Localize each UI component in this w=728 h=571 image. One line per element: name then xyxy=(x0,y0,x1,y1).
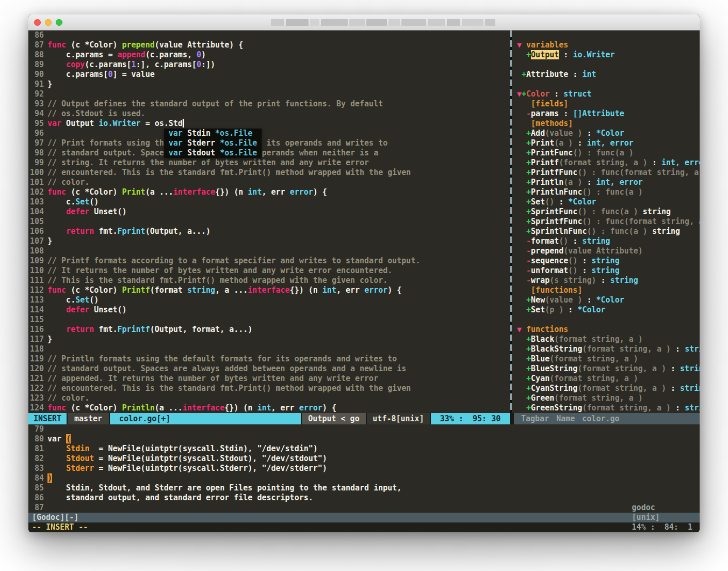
tagbar-row[interactable]: +PrintfFunc() : func(format string, a ) xyxy=(517,168,700,178)
tagbar-row[interactable]: -format() : string xyxy=(517,236,700,246)
code-line[interactable]: 97// Print formats using the default for… xyxy=(28,138,509,148)
tagbar-row[interactable]: +Black(format string, a ) xyxy=(517,335,700,344)
main-editor-pane[interactable]: 8687func (c *Color) prepend(value Attrib… xyxy=(28,30,509,413)
code-line[interactable]: 122// encountered. This is the standard … xyxy=(28,384,509,393)
code-line[interactable]: 124func (c *Color) Println(a ...interfac… xyxy=(28,403,509,413)
tagbar-row[interactable] xyxy=(517,315,700,325)
code-line[interactable]: 108 xyxy=(28,246,509,256)
tagbar-row[interactable] xyxy=(517,80,700,89)
godoc-line[interactable]: 83 Stderr = NewFile(uintptr(syscall.Stde… xyxy=(28,464,700,473)
tagbar-row[interactable]: +New(value ) : *Color xyxy=(517,295,700,305)
code-line[interactable]: 119// Println formats using the default … xyxy=(28,354,509,364)
tagbar-row[interactable]: -params : []Attribute xyxy=(517,109,700,119)
tagbar-row[interactable]: [methods] xyxy=(517,119,700,129)
code-line[interactable]: 117} xyxy=(28,335,509,344)
minimize-button[interactable] xyxy=(45,19,52,26)
tagbar-row[interactable]: +SprintFunc() : func(a ) string xyxy=(517,207,700,217)
code-line[interactable]: 93// Output defines the standard output … xyxy=(28,99,509,109)
code-line[interactable]: 109// Printf formats according to a form… xyxy=(28,256,509,266)
code-line[interactable]: 100// encountered. This is the standard … xyxy=(28,168,509,178)
code-line[interactable]: 101// color. xyxy=(28,178,509,187)
tagbar-row[interactable]: +BlueString(format string, a ) : string xyxy=(517,364,700,374)
tagbar-row[interactable]: +Set(p ) : *Color xyxy=(517,305,700,315)
completion-item[interactable]: var Stdin *os.File xyxy=(164,129,262,138)
code-line[interactable]: 88 c.params = append(c.params, 0) xyxy=(28,50,509,60)
tagbar-row[interactable]: ▼ variables xyxy=(517,40,700,50)
titlebar[interactable] xyxy=(28,14,700,30)
tagbar-row[interactable]: +Blue(format string, a ) xyxy=(517,354,700,364)
code-line[interactable]: 107} xyxy=(28,236,509,246)
tagbar-row[interactable]: +Println(a ) : int, error xyxy=(517,178,700,187)
godoc-line[interactable]: 79 xyxy=(28,424,700,434)
code-line[interactable]: 104 defer Unset() xyxy=(28,207,509,217)
vertical-split-separator[interactable] xyxy=(509,30,514,413)
completion-item[interactable]: var Stderr *os.File xyxy=(164,138,262,148)
code-line[interactable]: 87func (c *Color) prepend(value Attribut… xyxy=(28,40,509,50)
tagbar-pane[interactable]: ▼ variables +Output : io.Writer +Attribu… xyxy=(514,30,700,413)
tagbar-row[interactable]: +SprintfFunc() : func(format string, a )… xyxy=(517,217,700,227)
tagbar-row[interactable]: ▼ functions xyxy=(517,325,700,335)
code-line[interactable]: 105 xyxy=(28,217,509,227)
code-line[interactable]: 102func (c *Color) Print(a ...interface{… xyxy=(28,187,509,197)
tagbar-row[interactable]: [fields] xyxy=(517,99,700,109)
code-line[interactable]: 121// appended. It returns the number of… xyxy=(28,374,509,384)
godoc-line[interactable]: 81 Stdin = NewFile(uintptr(syscall.Stdin… xyxy=(28,444,700,454)
code-line[interactable]: 96 xyxy=(28,129,509,138)
code-line[interactable]: 103 c.Set() xyxy=(28,197,509,207)
tagbar-row[interactable]: [functions] xyxy=(517,286,700,295)
tagbar-row[interactable]: -wrap(s string) : string xyxy=(517,276,700,286)
tagbar-row[interactable]: +Attribute : int xyxy=(517,70,700,80)
code-line[interactable]: 95var Output io.Writer = os.Std xyxy=(28,119,509,129)
tagbar-row[interactable]: -sequence() : string xyxy=(517,256,700,266)
code-line[interactable]: 111// This is the standard fmt.Printf() … xyxy=(28,276,509,286)
godoc-line[interactable]: 85 Stdin, Stdout, and Stderr are open Fi… xyxy=(28,483,700,493)
completion-popup[interactable]: var Stdin *os.Filevar Stderr *os.Filevar… xyxy=(164,129,262,158)
tagbar-row[interactable]: +Green(format string, a ) xyxy=(517,393,700,403)
code-line[interactable]: 106 return fmt.Fprint(Output, a...) xyxy=(28,227,509,236)
tagbar-row[interactable]: ▼+Color : struct xyxy=(517,89,700,99)
tagbar-row[interactable]: +SprintlnFunc() : func(a ) string xyxy=(517,227,700,236)
code-line[interactable]: 92 xyxy=(28,89,509,99)
zoom-button[interactable] xyxy=(56,19,62,26)
tagbar-row[interactable]: +Cyan(format string, a ) xyxy=(517,374,700,384)
tagbar-row[interactable]: +Set() : *Color xyxy=(517,197,700,207)
tagbar-row[interactable]: +BlackString(format string, a ) : string xyxy=(517,344,700,354)
tagbar-row[interactable]: +GreenString(format string, a ) : string xyxy=(517,403,700,413)
code-line[interactable]: 120// standard output. Spaces are always… xyxy=(28,364,509,374)
code-line[interactable]: 89 copy(c.params[1:], c.params[0:]) xyxy=(28,60,509,70)
tagbar-row[interactable]: +Output : io.Writer xyxy=(517,50,700,60)
line-text: } xyxy=(47,236,52,246)
code-token: Attribute xyxy=(526,70,568,79)
code-line[interactable]: 90 c.params[0] = value xyxy=(28,70,509,80)
tagbar-row[interactable]: +Add(value ) : *Color xyxy=(517,129,700,138)
code-line[interactable]: 123// color. xyxy=(28,393,509,403)
tagbar-row[interactable]: -unformat() : string xyxy=(517,266,700,276)
code-line[interactable]: 116 return fmt.Fprintf(Output, format, a… xyxy=(28,325,509,335)
code-line[interactable]: 94// os.Stdout is used. xyxy=(28,109,509,119)
tagbar-row[interactable]: +Printf(format string, a ) : int, error xyxy=(517,158,700,168)
line-text: Stdin, Stdout, and Stderr are open Files… xyxy=(47,483,401,493)
code-line[interactable]: 114 defer Unset() xyxy=(28,305,509,315)
code-line[interactable]: 118 xyxy=(28,344,509,354)
tagbar-row[interactable]: +PrintFunc() : func(a ) xyxy=(517,148,700,158)
code-line[interactable]: 98// standard output. Spaces are added b… xyxy=(28,148,509,158)
godoc-line[interactable]: 80var ( xyxy=(28,434,700,444)
code-line[interactable]: 115 xyxy=(28,315,509,325)
close-button[interactable] xyxy=(34,19,41,26)
tagbar-row[interactable]: +PrintlnFunc() : func(a ) xyxy=(517,187,700,197)
godoc-line[interactable]: 84) xyxy=(28,473,700,483)
code-line[interactable]: 110// It returns the number of bytes wri… xyxy=(28,266,509,276)
code-line[interactable]: 112func (c *Color) Printf(format string,… xyxy=(28,286,509,295)
code-line[interactable]: 86 xyxy=(28,30,509,40)
completion-item[interactable]: var Stdout *os.File xyxy=(164,148,262,158)
tagbar-row[interactable]: +CyanString(format string, a ) : string xyxy=(517,384,700,393)
code-line[interactable]: 91} xyxy=(28,80,509,89)
code-line[interactable]: 113 c.Set() xyxy=(28,295,509,305)
tagbar-row[interactable]: -prepend(value Attribute) xyxy=(517,246,700,256)
tagbar-row[interactable] xyxy=(517,60,700,70)
code-line[interactable]: 99// string. It returns the number of by… xyxy=(28,158,509,168)
tagbar-row[interactable] xyxy=(517,30,700,40)
godoc-line[interactable]: 82 Stdout = NewFile(uintptr(syscall.Stdo… xyxy=(28,454,700,464)
tagbar-row[interactable]: +Print(a ) : int, error xyxy=(517,138,700,148)
line-text: +Blue(format string, a ) xyxy=(517,354,638,364)
